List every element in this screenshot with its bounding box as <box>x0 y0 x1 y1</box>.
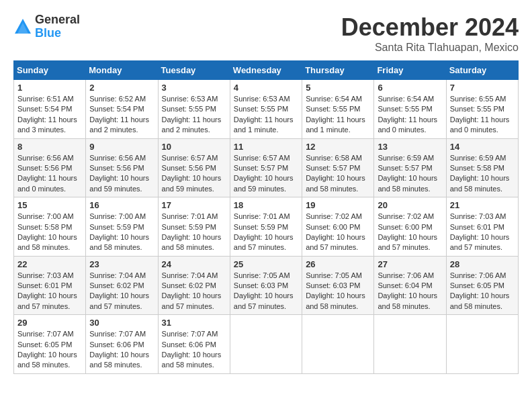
calendar-cell <box>302 315 374 374</box>
day-detail: Sunrise: 7:00 AM Sunset: 5:59 PM Dayligh… <box>89 212 154 253</box>
header-monday: Monday <box>86 61 158 80</box>
day-detail: Sunrise: 6:59 AM Sunset: 5:57 PM Dayligh… <box>378 153 442 195</box>
calendar-cell: 20 Sunrise: 7:02 AM Sunset: 6:00 PM Dayl… <box>374 197 446 257</box>
day-number: 25 <box>234 259 298 269</box>
calendar-cell: 19 Sunrise: 7:02 AM Sunset: 6:00 PM Dayl… <box>302 197 374 257</box>
day-number: 24 <box>162 259 226 269</box>
day-detail: Sunrise: 7:03 AM Sunset: 6:01 PM Dayligh… <box>450 212 515 253</box>
day-number: 21 <box>450 200 515 210</box>
day-detail: Sunrise: 6:57 AM Sunset: 5:56 PM Dayligh… <box>162 153 226 195</box>
logo-icon <box>13 17 32 36</box>
calendar-cell: 10 Sunrise: 6:57 AM Sunset: 5:56 PM Dayl… <box>158 138 230 197</box>
calendar-cell: 3 Sunrise: 6:53 AM Sunset: 5:55 PM Dayli… <box>158 80 230 139</box>
day-number: 6 <box>378 83 442 93</box>
header-wednesday: Wednesday <box>230 61 302 80</box>
calendar-cell: 28 Sunrise: 7:06 AM Sunset: 6:05 PM Dayl… <box>446 256 518 315</box>
calendar-week-4: 22 Sunrise: 7:03 AM Sunset: 6:01 PM Dayl… <box>14 256 519 315</box>
calendar-cell <box>446 315 518 374</box>
header-tuesday: Tuesday <box>158 61 230 80</box>
logo-text: General Blue <box>35 13 80 40</box>
day-number: 2 <box>89 83 154 93</box>
calendar-cell: 2 Sunrise: 6:52 AM Sunset: 5:54 PM Dayli… <box>86 80 158 139</box>
day-detail: Sunrise: 7:02 AM Sunset: 6:00 PM Dayligh… <box>378 212 442 253</box>
logo: General Blue <box>13 13 80 40</box>
day-detail: Sunrise: 7:04 AM Sunset: 6:02 PM Dayligh… <box>162 271 226 312</box>
day-number: 17 <box>162 200 226 210</box>
day-number: 30 <box>89 318 154 328</box>
day-detail: Sunrise: 7:04 AM Sunset: 6:02 PM Dayligh… <box>89 271 154 312</box>
day-number: 22 <box>17 259 82 269</box>
day-number: 10 <box>162 142 226 152</box>
location-title: Santa Rita Tlahuapan, Mexico <box>341 42 519 54</box>
logo-blue: Blue <box>35 27 80 40</box>
logo-general: General <box>35 13 80 27</box>
day-number: 26 <box>306 259 370 269</box>
header-sunday: Sunday <box>14 61 86 80</box>
day-detail: Sunrise: 6:54 AM Sunset: 5:55 PM Dayligh… <box>378 94 442 136</box>
calendar-cell: 26 Sunrise: 7:05 AM Sunset: 6:03 PM Dayl… <box>302 256 374 315</box>
calendar-week-3: 15 Sunrise: 7:00 AM Sunset: 5:58 PM Dayl… <box>14 197 519 257</box>
calendar-cell: 27 Sunrise: 7:06 AM Sunset: 6:04 PM Dayl… <box>374 256 446 315</box>
day-detail: Sunrise: 7:06 AM Sunset: 6:04 PM Dayligh… <box>378 271 442 312</box>
day-number: 31 <box>162 318 226 328</box>
calendar-cell: 24 Sunrise: 7:04 AM Sunset: 6:02 PM Dayl… <box>158 256 230 315</box>
calendar-cell: 1 Sunrise: 6:51 AM Sunset: 5:54 PM Dayli… <box>14 80 86 139</box>
title-block: December 2024 Santa Rita Tlahuapan, Mexi… <box>341 13 519 54</box>
day-number: 14 <box>450 142 515 152</box>
page-header: General Blue December 2024 Santa Rita Tl… <box>13 13 519 54</box>
day-detail: Sunrise: 6:57 AM Sunset: 5:57 PM Dayligh… <box>234 153 298 195</box>
calendar-cell: 8 Sunrise: 6:56 AM Sunset: 5:56 PM Dayli… <box>14 138 86 197</box>
day-number: 27 <box>378 259 442 269</box>
day-detail: Sunrise: 6:52 AM Sunset: 5:54 PM Dayligh… <box>89 94 154 136</box>
day-detail: Sunrise: 6:58 AM Sunset: 5:57 PM Dayligh… <box>306 153 370 195</box>
day-detail: Sunrise: 7:06 AM Sunset: 6:05 PM Dayligh… <box>450 271 515 312</box>
day-detail: Sunrise: 6:55 AM Sunset: 5:55 PM Dayligh… <box>450 94 515 136</box>
calendar-cell <box>230 315 302 374</box>
day-number: 7 <box>450 83 515 93</box>
day-number: 12 <box>306 142 370 152</box>
calendar-table: Sunday Monday Tuesday Wednesday Thursday… <box>13 60 519 374</box>
calendar-cell: 22 Sunrise: 7:03 AM Sunset: 6:01 PM Dayl… <box>14 256 86 315</box>
day-detail: Sunrise: 6:56 AM Sunset: 5:56 PM Dayligh… <box>89 153 154 195</box>
calendar-cell: 7 Sunrise: 6:55 AM Sunset: 5:55 PM Dayli… <box>446 80 518 139</box>
day-number: 29 <box>17 318 82 328</box>
day-detail: Sunrise: 7:07 AM Sunset: 6:06 PM Dayligh… <box>89 329 154 371</box>
day-detail: Sunrise: 7:01 AM Sunset: 5:59 PM Dayligh… <box>234 212 298 253</box>
day-detail: Sunrise: 7:07 AM Sunset: 6:06 PM Dayligh… <box>162 329 226 371</box>
day-detail: Sunrise: 7:00 AM Sunset: 5:58 PM Dayligh… <box>17 212 82 253</box>
day-detail: Sunrise: 7:02 AM Sunset: 6:00 PM Dayligh… <box>306 212 370 253</box>
calendar-cell: 30 Sunrise: 7:07 AM Sunset: 6:06 PM Dayl… <box>86 315 158 374</box>
day-number: 19 <box>306 200 370 210</box>
day-detail: Sunrise: 6:51 AM Sunset: 5:54 PM Dayligh… <box>17 94 82 136</box>
day-number: 13 <box>378 142 442 152</box>
month-title: December 2024 <box>341 13 519 42</box>
day-detail: Sunrise: 7:05 AM Sunset: 6:03 PM Dayligh… <box>306 271 370 312</box>
day-number: 16 <box>89 200 154 210</box>
day-number: 20 <box>378 200 442 210</box>
header-thursday: Thursday <box>302 61 374 80</box>
day-detail: Sunrise: 7:01 AM Sunset: 5:59 PM Dayligh… <box>162 212 226 253</box>
day-detail: Sunrise: 6:59 AM Sunset: 5:58 PM Dayligh… <box>450 153 515 195</box>
calendar-cell: 15 Sunrise: 7:00 AM Sunset: 5:58 PM Dayl… <box>14 197 86 257</box>
day-detail: Sunrise: 7:07 AM Sunset: 6:05 PM Dayligh… <box>17 329 82 371</box>
calendar-cell: 9 Sunrise: 6:56 AM Sunset: 5:56 PM Dayli… <box>86 138 158 197</box>
calendar-cell: 23 Sunrise: 7:04 AM Sunset: 6:02 PM Dayl… <box>86 256 158 315</box>
calendar-cell: 4 Sunrise: 6:53 AM Sunset: 5:55 PM Dayli… <box>230 80 302 139</box>
calendar-cell: 18 Sunrise: 7:01 AM Sunset: 5:59 PM Dayl… <box>230 197 302 257</box>
calendar-cell: 6 Sunrise: 6:54 AM Sunset: 5:55 PM Dayli… <box>374 80 446 139</box>
calendar-week-2: 8 Sunrise: 6:56 AM Sunset: 5:56 PM Dayli… <box>14 138 519 197</box>
day-number: 8 <box>17 142 82 152</box>
day-number: 5 <box>306 83 370 93</box>
calendar-cell: 25 Sunrise: 7:05 AM Sunset: 6:03 PM Dayl… <box>230 256 302 315</box>
day-detail: Sunrise: 7:05 AM Sunset: 6:03 PM Dayligh… <box>234 271 298 312</box>
day-number: 15 <box>17 200 82 210</box>
header-friday: Friday <box>374 61 446 80</box>
calendar-cell: 16 Sunrise: 7:00 AM Sunset: 5:59 PM Dayl… <box>86 197 158 257</box>
calendar-cell: 13 Sunrise: 6:59 AM Sunset: 5:57 PM Dayl… <box>374 138 446 197</box>
calendar-cell: 11 Sunrise: 6:57 AM Sunset: 5:57 PM Dayl… <box>230 138 302 197</box>
day-detail: Sunrise: 6:53 AM Sunset: 5:55 PM Dayligh… <box>162 94 226 136</box>
day-number: 28 <box>450 259 515 269</box>
calendar-week-1: 1 Sunrise: 6:51 AM Sunset: 5:54 PM Dayli… <box>14 80 519 139</box>
day-number: 1 <box>17 83 82 93</box>
calendar-cell: 12 Sunrise: 6:58 AM Sunset: 5:57 PM Dayl… <box>302 138 374 197</box>
